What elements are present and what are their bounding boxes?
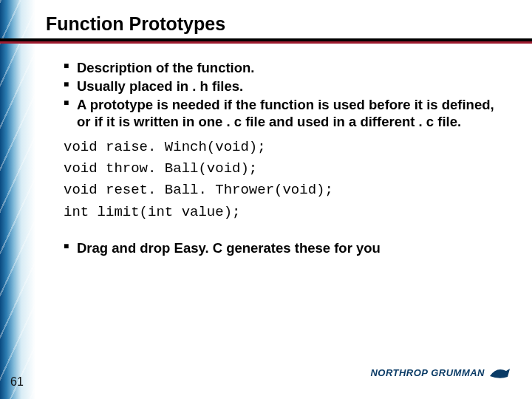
title-rule-red [0,41,532,44]
code-line: void reset. Ball. Thrower(void); [64,180,507,201]
slide: Function Prototypes Description of the f… [0,0,532,399]
code-line: void raise. Winch(void); [64,137,507,158]
bullet-item: Description of the function. [64,59,507,76]
content-area: Description of the function. Usually pla… [64,59,507,258]
bullet-item: Usually placed in . h files. [64,78,507,95]
bullet-item: Drag and drop Easy. C generates these fo… [64,239,507,256]
logo-text: NORTHROP GRUMMAN [370,367,485,378]
code-block: void raise. Winch(void); void throw. Bal… [64,137,507,224]
bullet-list-1: Description of the function. Usually pla… [64,59,507,131]
slide-title: Function Prototypes [46,13,225,35]
code-line: void throw. Ball(void); [64,158,507,180]
bullet-item: A prototype is needed if the function is… [64,96,507,130]
code-line: int limit(int value); [64,202,507,223]
side-strip-overlay [0,0,35,399]
logo-icon [489,368,510,378]
page-number: 61 [10,375,24,389]
bullet-list-2: Drag and drop Easy. C generates these fo… [64,239,507,256]
logo: NORTHROP GRUMMAN [370,367,510,378]
